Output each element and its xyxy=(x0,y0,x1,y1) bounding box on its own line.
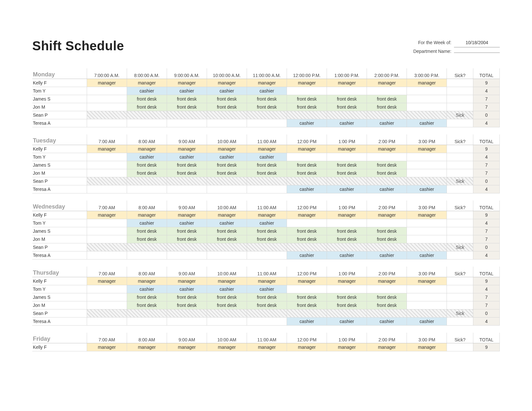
shift-cell[interactable] xyxy=(247,318,287,326)
shift-cell[interactable]: cashier xyxy=(367,119,407,127)
shift-cell[interactable] xyxy=(407,309,447,318)
shift-cell[interactable]: front desk xyxy=(247,95,287,103)
shift-cell[interactable]: cashier xyxy=(247,285,287,293)
shift-cell[interactable]: manager xyxy=(367,343,407,351)
shift-cell[interactable] xyxy=(167,318,207,326)
sick-cell[interactable] xyxy=(447,145,473,153)
shift-cell[interactable] xyxy=(87,111,127,119)
shift-cell[interactable]: manager xyxy=(127,145,167,153)
shift-cell[interactable]: manager xyxy=(287,343,327,351)
sick-cell[interactable] xyxy=(447,161,473,169)
shift-cell[interactable] xyxy=(207,185,247,193)
shift-cell[interactable]: front desk xyxy=(327,293,367,301)
shift-cell[interactable]: front desk xyxy=(287,169,327,177)
shift-cell[interactable]: front desk xyxy=(367,227,407,235)
shift-cell[interactable]: cashier xyxy=(247,87,287,95)
shift-cell[interactable]: front desk xyxy=(287,103,327,111)
shift-cell[interactable] xyxy=(327,285,367,293)
shift-cell[interactable]: front desk xyxy=(127,169,167,177)
shift-cell[interactable] xyxy=(127,251,167,259)
shift-cell[interactable]: manager xyxy=(127,343,167,351)
shift-cell[interactable] xyxy=(327,87,367,95)
sick-cell[interactable] xyxy=(447,79,473,87)
shift-cell[interactable]: manager xyxy=(127,277,167,285)
shift-cell[interactable] xyxy=(247,243,287,251)
shift-cell[interactable]: front desk xyxy=(327,169,367,177)
shift-cell[interactable]: front desk xyxy=(287,161,327,169)
sick-cell[interactable] xyxy=(447,277,473,285)
shift-cell[interactable] xyxy=(247,251,287,259)
shift-cell[interactable]: cashier xyxy=(207,153,247,161)
sick-cell[interactable]: Sick xyxy=(447,243,473,251)
shift-cell[interactable]: manager xyxy=(327,343,367,351)
shift-cell[interactable] xyxy=(327,243,367,251)
shift-cell[interactable]: cashier xyxy=(367,251,407,259)
shift-cell[interactable]: manager xyxy=(207,79,247,87)
shift-cell[interactable] xyxy=(87,309,127,318)
shift-cell[interactable]: manager xyxy=(367,277,407,285)
shift-cell[interactable] xyxy=(367,87,407,95)
shift-cell[interactable]: cashier xyxy=(127,219,167,227)
shift-cell[interactable]: front desk xyxy=(127,103,167,111)
shift-cell[interactable] xyxy=(287,243,327,251)
shift-cell[interactable] xyxy=(87,185,127,193)
shift-cell[interactable]: cashier xyxy=(287,185,327,193)
shift-cell[interactable]: manager xyxy=(87,145,127,153)
shift-cell[interactable]: manager xyxy=(407,211,447,219)
shift-cell[interactable]: manager xyxy=(287,79,327,87)
shift-cell[interactable] xyxy=(407,103,447,111)
sick-cell[interactable] xyxy=(447,318,473,326)
shift-cell[interactable] xyxy=(87,119,127,127)
shift-cell[interactable]: manager xyxy=(167,79,207,87)
shift-cell[interactable]: cashier xyxy=(127,87,167,95)
shift-cell[interactable]: cashier xyxy=(407,318,447,326)
shift-cell[interactable]: cashier xyxy=(407,119,447,127)
shift-cell[interactable]: front desk xyxy=(367,293,407,301)
shift-cell[interactable] xyxy=(367,111,407,119)
shift-cell[interactable] xyxy=(207,119,247,127)
shift-cell[interactable] xyxy=(167,251,207,259)
shift-cell[interactable] xyxy=(87,87,127,95)
shift-cell[interactable]: front desk xyxy=(247,235,287,243)
shift-cell[interactable]: manager xyxy=(247,277,287,285)
shift-cell[interactable]: manager xyxy=(247,79,287,87)
shift-cell[interactable]: cashier xyxy=(167,219,207,227)
shift-cell[interactable]: cashier xyxy=(207,87,247,95)
shift-cell[interactable]: front desk xyxy=(247,227,287,235)
shift-cell[interactable]: front desk xyxy=(327,301,367,309)
shift-cell[interactable]: front desk xyxy=(367,161,407,169)
shift-cell[interactable]: front desk xyxy=(327,227,367,235)
shift-cell[interactable]: manager xyxy=(207,145,247,153)
shift-cell[interactable]: front desk xyxy=(247,301,287,309)
shift-cell[interactable]: manager xyxy=(327,145,367,153)
week-of-value[interactable]: 10/18/2004 xyxy=(454,39,500,47)
shift-cell[interactable] xyxy=(87,161,127,169)
sick-cell[interactable] xyxy=(447,211,473,219)
shift-cell[interactable]: cashier xyxy=(287,119,327,127)
shift-cell[interactable]: manager xyxy=(407,277,447,285)
shift-cell[interactable]: manager xyxy=(327,79,367,87)
shift-cell[interactable]: front desk xyxy=(167,95,207,103)
shift-cell[interactable]: front desk xyxy=(167,235,207,243)
shift-cell[interactable]: cashier xyxy=(167,87,207,95)
shift-cell[interactable] xyxy=(407,87,447,95)
shift-cell[interactable]: front desk xyxy=(287,301,327,309)
shift-cell[interactable]: manager xyxy=(287,277,327,285)
shift-cell[interactable]: front desk xyxy=(367,95,407,103)
shift-cell[interactable] xyxy=(407,169,447,177)
shift-cell[interactable] xyxy=(327,153,367,161)
department-value[interactable] xyxy=(454,52,500,53)
shift-cell[interactable] xyxy=(407,301,447,309)
shift-cell[interactable] xyxy=(127,119,167,127)
sick-cell[interactable] xyxy=(447,153,473,161)
shift-cell[interactable] xyxy=(247,119,287,127)
shift-cell[interactable]: front desk xyxy=(367,169,407,177)
shift-cell[interactable] xyxy=(367,177,407,185)
shift-cell[interactable]: manager xyxy=(87,343,127,351)
shift-cell[interactable]: cashier xyxy=(207,219,247,227)
sick-cell[interactable] xyxy=(447,235,473,243)
shift-cell[interactable] xyxy=(287,219,327,227)
shift-cell[interactable] xyxy=(367,309,407,318)
shift-cell[interactable]: front desk xyxy=(327,235,367,243)
shift-cell[interactable]: manager xyxy=(167,343,207,351)
